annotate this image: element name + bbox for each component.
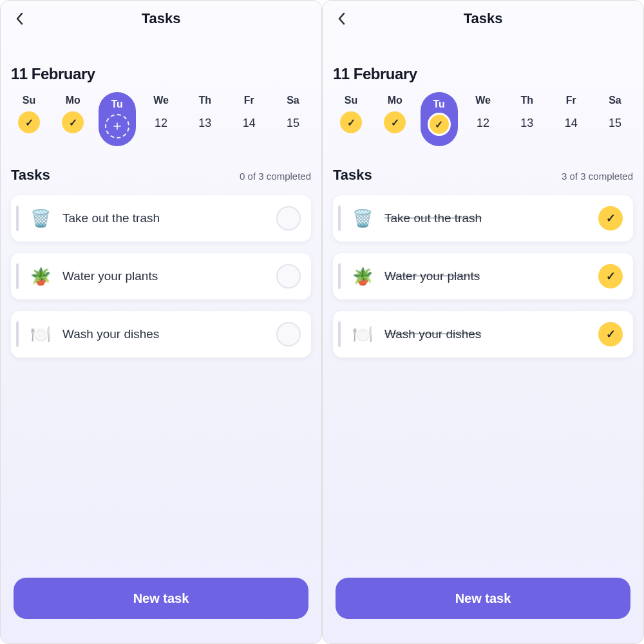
day-label: Mo [66,95,80,106]
task-row[interactable]: 🍽️ Wash your dishes [11,311,311,357]
back-button[interactable] [334,11,350,26]
task-checkbox[interactable]: ✓ [598,322,623,346]
screen-right: Tasks 11 February Su ✓ Mo ✓ Tu ✓ We 12 [322,0,644,644]
day-label: We [475,95,491,106]
day-mo[interactable]: Mo ✓ [55,95,91,133]
day-label: Th [199,95,212,106]
spacer [333,357,633,578]
new-task-button[interactable]: New task [14,578,308,619]
day-th[interactable]: Th 13 [509,95,545,135]
day-label: Fr [244,95,254,106]
check-icon: ✓ [62,111,84,133]
task-checkbox[interactable]: ✓ [598,206,623,231]
day-we[interactable]: We 12 [465,95,501,135]
day-number: 14 [243,111,256,135]
drag-handle[interactable] [16,263,19,289]
day-label: Su [23,95,35,106]
week-strip: Su ✓ Mo ✓ Tu We 12 Th 13 [11,95,311,146]
selected-day-pill: Tu [99,92,136,146]
dishes-icon: 🍽️ [351,325,374,345]
check-icon: ✓ [428,113,451,136]
day-su[interactable]: Su ✓ [333,95,369,133]
day-label: Su [345,95,357,106]
task-row[interactable]: 🗑️ Take out the trash [11,195,311,242]
task-checkbox[interactable] [276,264,301,289]
drag-handle[interactable] [338,263,341,289]
day-label: Sa [609,95,621,106]
task-label: Water your plants [384,269,588,283]
task-row[interactable]: 🪴 Water your plants [11,253,311,299]
drag-handle[interactable] [16,321,19,347]
day-label: Fr [566,95,576,106]
day-number: 13 [198,111,211,135]
date-heading: 11 February [11,65,311,83]
day-number: 13 [520,111,533,135]
topbar: Tasks [323,1,643,37]
section-title: Tasks [333,167,372,184]
day-label: Mo [388,95,402,106]
task-checkbox[interactable] [276,206,301,231]
trash-icon: 🗑️ [29,209,52,229]
task-list: 🗑️ Take out the trash ✓ 🪴 Water your pla… [333,195,633,357]
tasks-section-header: Tasks 3 of 3 completed [333,167,633,184]
task-checkbox[interactable] [276,322,301,346]
trash-icon: 🗑️ [351,209,374,229]
completion-counter: 0 of 3 completed [240,171,311,182]
selected-day-pill: Tu ✓ [421,92,458,146]
check-icon: ✓ [340,111,362,133]
day-label: Tu [433,99,444,110]
task-label: Take out the trash [62,211,266,225]
topbar: Tasks [1,1,321,37]
back-button[interactable] [12,11,28,26]
completion-counter: 3 of 3 completed [562,171,633,182]
tasks-section-header: Tasks 0 of 3 completed [11,167,311,184]
day-fr[interactable]: Fr 14 [553,95,589,135]
task-list: 🗑️ Take out the trash 🪴 Water your plant… [11,195,311,357]
day-number: 14 [565,111,578,135]
drag-handle[interactable] [16,205,19,231]
day-number: 15 [287,111,299,135]
content: 11 February Su ✓ Mo ✓ Tu We 12 [1,37,321,643]
plant-icon: 🪴 [351,267,374,287]
task-checkbox[interactable]: ✓ [598,264,623,289]
plant-icon: 🪴 [29,267,52,287]
task-label: Wash your dishes [384,327,588,341]
new-task-button[interactable]: New task [336,578,630,619]
date-heading: 11 February [333,65,633,83]
chevron-left-icon [337,12,346,25]
day-tu-selected[interactable]: Tu ✓ [421,95,457,146]
spacer [11,357,311,578]
day-number: 12 [155,111,167,135]
task-row[interactable]: 🪴 Water your plants ✓ [333,253,633,299]
task-row[interactable]: 🗑️ Take out the trash ✓ [333,195,633,242]
day-label: Tu [111,99,122,110]
day-we[interactable]: We 12 [143,95,179,135]
day-tu-selected[interactable]: Tu [99,95,135,146]
content: 11 February Su ✓ Mo ✓ Tu ✓ We 12 Th [323,37,643,643]
day-sa[interactable]: Sa 15 [275,95,311,135]
day-su[interactable]: Su ✓ [11,95,47,133]
day-label: We [153,95,169,106]
day-mo[interactable]: Mo ✓ [377,95,413,133]
dishes-icon: 🍽️ [29,325,52,345]
chevron-left-icon [15,12,24,25]
day-number: 12 [477,111,489,135]
check-icon: ✓ [384,111,406,133]
page-title: Tasks [464,10,503,27]
task-label: Take out the trash [384,211,588,225]
day-fr[interactable]: Fr 14 [231,95,267,135]
day-th[interactable]: Th 13 [187,95,223,135]
section-title: Tasks [11,167,50,184]
screen-left: Tasks 11 February Su ✓ Mo ✓ Tu [0,0,322,644]
drag-handle[interactable] [338,205,341,231]
week-strip: Su ✓ Mo ✓ Tu ✓ We 12 Th 13 F [333,95,633,146]
pending-icon [105,114,129,138]
task-row[interactable]: 🍽️ Wash your dishes ✓ [333,311,633,357]
task-label: Water your plants [62,269,266,283]
day-number: 15 [609,111,621,135]
day-label: Th [521,95,534,106]
task-label: Wash your dishes [62,327,266,341]
day-sa[interactable]: Sa 15 [597,95,633,135]
drag-handle[interactable] [338,321,341,347]
page-title: Tasks [142,10,181,27]
